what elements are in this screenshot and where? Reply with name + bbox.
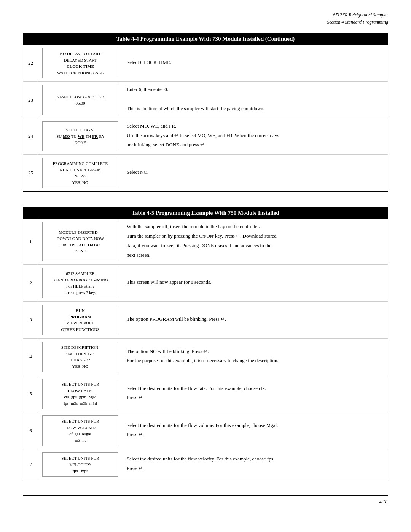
row-description: Enter 6, then enter 0. This is the time … — [122, 82, 388, 118]
page-header: 6712FR Refrigerated Sampler Section 4 St… — [23, 11, 388, 26]
row-number: 6 — [23, 412, 38, 449]
table-row: 4 SITE DESCRIPTION: "FACTORY051" CHANGE?… — [23, 339, 388, 375]
page-footer: 4-31 — [23, 495, 388, 505]
row-number: 4 — [23, 339, 38, 375]
row-description: The option PROGRAM will be blinking. Pre… — [122, 302, 388, 338]
header-line2: Section 4 Standard Programming — [23, 19, 388, 26]
table-4-5-title: Table 4-5 Programming Example With 750 M… — [23, 207, 388, 219]
row-description: Select MO, WE, and FR. Use the arrow key… — [122, 118, 388, 154]
row-number: 1 — [23, 219, 38, 264]
table-row: 6 SELECT UNITS FOR FLOW VOLUME: cf gal M… — [23, 412, 388, 449]
row-number: 25 — [23, 155, 38, 191]
table-4-4-title: Table 4-4 Programming Example With 730 M… — [23, 33, 388, 45]
row-description: With the sampler off, insert the module … — [122, 219, 388, 264]
table-4-4: Table 4-4 Programming Example With 730 M… — [23, 33, 388, 192]
row-number: 5 — [23, 375, 38, 412]
row-description: Select the desired units for the flow vo… — [122, 412, 388, 449]
row-number: 24 — [23, 118, 38, 154]
table-4-5: Table 4-5 Programming Example With 750 M… — [23, 207, 388, 480]
row-screen: SELECT UNITS FOR FLOW VOLUME: cf gal Mga… — [42, 415, 118, 446]
table-row: 2 6712 SAMPLER STANDARD PROGRAMMING For … — [23, 265, 388, 302]
header-line1: 6712FR Refrigerated Sampler — [23, 11, 388, 19]
row-screen: 6712 SAMPLER STANDARD PROGRAMMING For HE… — [42, 268, 118, 298]
table-row: 7 SELECT UNITS FOR VELOCITY: fps mps Sel… — [23, 449, 388, 480]
row-screen: MODULE INSERTED--- DOWNLOAD DATA NOW OR … — [42, 222, 118, 261]
row-screen: NO DELAY TO START DELAYED START CLOCK TI… — [42, 48, 118, 78]
row-screen: START FLOW COUNT AT: 06:00 — [42, 85, 118, 115]
table-row: 23 START FLOW COUNT AT: 06:00 Enter 6, t… — [23, 82, 388, 118]
row-description: Select CLOCK TIME. — [122, 45, 388, 81]
table-row: 22 NO DELAY TO START DELAYED START CLOCK… — [23, 45, 388, 82]
row-screen: SELECT UNITS FOR FLOW RATE: cfs gps gpm … — [42, 379, 118, 409]
row-description: Select NO. — [122, 155, 388, 191]
row-description: Select the desired units for the flow ra… — [122, 375, 388, 412]
row-number: 7 — [23, 449, 38, 480]
row-description: This screen will now appear for 8 second… — [122, 265, 388, 301]
row-screen: SELECT UNITS FOR VELOCITY: fps mps — [42, 452, 118, 477]
table-row: 25 PROGRAMMING COMPLETE RUN THIS PROGRAM… — [23, 155, 388, 191]
table-row: 3 RUN PROGRAM VIEW REPORT OTHER FUNCTION… — [23, 302, 388, 339]
row-screen: RUN PROGRAM VIEW REPORT OTHER FUNCTIONS — [42, 305, 118, 335]
row-screen: SELECT DAYS: SU MO TU WE TH FR SA DONE — [42, 121, 118, 151]
table-row: 1 MODULE INSERTED--- DOWNLOAD DATA NOW O… — [23, 219, 388, 265]
row-number: 23 — [23, 82, 38, 118]
row-description: The option NO will be blinking. Press ↵.… — [122, 339, 388, 375]
row-screen: SITE DESCRIPTION: "FACTORY051" CHANGE? Y… — [42, 342, 118, 372]
row-screen: PROGRAMMING COMPLETE RUN THIS PROGRAM NO… — [42, 158, 118, 188]
row-number: 2 — [23, 265, 38, 301]
table-row: 24 SELECT DAYS: SU MO TU WE TH FR SA DON… — [23, 118, 388, 155]
page-number: 4-31 — [379, 499, 388, 505]
table-row: 5 SELECT UNITS FOR FLOW RATE: cfs gps gp… — [23, 375, 388, 412]
row-number: 22 — [23, 45, 38, 81]
row-number: 3 — [23, 302, 38, 338]
row-description: Select the desired units for the flow ve… — [122, 449, 388, 480]
